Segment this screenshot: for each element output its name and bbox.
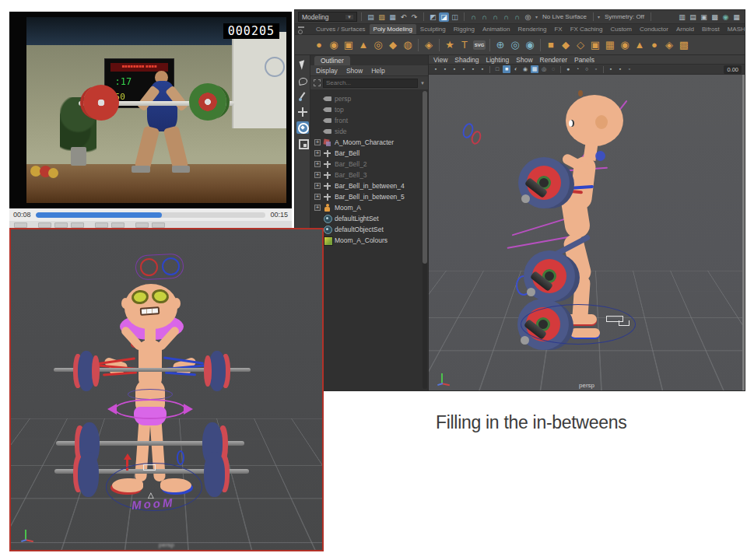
- snap-to-grid-icon[interactable]: ∩: [468, 12, 479, 22]
- isolate-select-icon[interactable]: ●: [564, 65, 572, 73]
- expand-icon[interactable]: +: [314, 183, 321, 189]
- booleans-icon[interactable]: ■: [544, 37, 558, 53]
- move-tool-icon[interactable]: [296, 106, 309, 118]
- gate-mask-icon[interactable]: ▫: [592, 65, 600, 73]
- shelf-tab[interactable]: Curves / Surfaces: [312, 24, 370, 34]
- multi-cut-icon[interactable]: ▲: [633, 37, 647, 53]
- chevron-down-icon[interactable]: ▾: [598, 14, 600, 19]
- chevron-down-icon[interactable]: ▼: [420, 81, 425, 86]
- shelf-tab[interactable]: Sculpting: [416, 24, 450, 34]
- viewport-menu-item[interactable]: Panels: [574, 56, 594, 64]
- video-progress-track[interactable]: [36, 212, 266, 218]
- shelf-tab[interactable]: Animation: [479, 24, 514, 34]
- video-button[interactable]: [14, 222, 27, 228]
- bookmarks-icon[interactable]: ▪: [460, 65, 468, 73]
- snap-to-point-icon[interactable]: ∩: [490, 12, 500, 22]
- viewport-menu-item[interactable]: View: [433, 56, 447, 64]
- video-button[interactable]: [71, 222, 84, 228]
- expand-icon[interactable]: +: [314, 205, 321, 211]
- render-view-icon[interactable]: ▥: [677, 12, 687, 22]
- shelf-tab[interactable]: Rendering: [514, 24, 550, 34]
- outliner-item[interactable]: + Bar_Bell_in_between_4: [310, 180, 428, 191]
- viewport-3d-side-view[interactable]: persp: [429, 75, 745, 390]
- snap-to-curve-icon[interactable]: ∩: [479, 12, 489, 22]
- vtb-sep-2[interactable]: [560, 66, 561, 73]
- outliner-item[interactable]: + Bar_Bell_2: [310, 159, 428, 170]
- new-scene-icon[interactable]: ▤: [366, 12, 376, 22]
- construction-plane-icon[interactable]: ⊕: [493, 37, 507, 53]
- poly-sphere-icon[interactable]: ●: [312, 37, 326, 53]
- save-scene-icon[interactable]: ▦: [388, 12, 398, 22]
- vtb-sep-1[interactable]: [489, 66, 490, 73]
- render-current-frame-icon[interactable]: ▤: [688, 12, 698, 22]
- outliner-item[interactable]: + Bar_Bell_in_between_5: [310, 191, 428, 202]
- shaded-icon[interactable]: ■: [503, 65, 510, 73]
- poly-torus-icon[interactable]: ◎: [371, 37, 385, 53]
- motion-blur-icon[interactable]: ◌: [549, 65, 557, 73]
- display-layers-icon[interactable]: ◉: [721, 12, 731, 22]
- poly-plane-icon[interactable]: ◆: [386, 37, 400, 53]
- viewport-menu-item[interactable]: Renderer: [540, 56, 567, 64]
- shelf-menu-icon[interactable]: [298, 30, 303, 34]
- shelf-sep-3[interactable]: [489, 39, 490, 51]
- outliner-scrollbar[interactable]: [423, 91, 427, 389]
- combine-icon[interactable]: ◆: [559, 37, 573, 53]
- shelf-sep-2[interactable]: [439, 39, 440, 51]
- xray-icon[interactable]: ▪: [607, 65, 615, 73]
- expand-icon[interactable]: +: [314, 150, 321, 156]
- expand-icon[interactable]: +: [314, 194, 321, 200]
- render-settings-icon[interactable]: ▩: [710, 12, 720, 22]
- outliner-item[interactable]: + persp: [310, 93, 428, 104]
- outliner-item[interactable]: + defaultObjectSet: [310, 224, 428, 235]
- outliner-menu-item[interactable]: Show: [346, 67, 363, 75]
- outliner-item[interactable]: + defaultLightSet: [310, 213, 428, 224]
- shelf-tab[interactable]: Poly Modeling: [370, 24, 416, 34]
- poly-cone-icon[interactable]: ▲: [356, 37, 370, 53]
- shelf-sep-4[interactable]: [540, 39, 541, 51]
- outliner-item[interactable]: + side: [310, 126, 428, 137]
- search-input[interactable]: [323, 79, 418, 88]
- open-scene-icon[interactable]: ▨: [377, 12, 387, 22]
- paint-select-tool-icon[interactable]: [296, 90, 309, 103]
- select-hierarchy-icon[interactable]: ◩: [428, 12, 438, 22]
- select-component-icon[interactable]: ◫: [450, 12, 460, 22]
- bevel-icon[interactable]: ▦: [603, 37, 617, 53]
- viewport-menu-item[interactable]: Lighting: [486, 56, 509, 64]
- shelf-tab[interactable]: MASH: [724, 24, 745, 34]
- viewport-menu-item[interactable]: Shading: [454, 56, 479, 64]
- undo-icon[interactable]: ↶: [398, 12, 409, 22]
- outliner-item[interactable]: + A_Moom_Character: [310, 137, 428, 148]
- video-button[interactable]: [152, 222, 165, 228]
- select-camera-icon[interactable]: ▪: [432, 65, 440, 73]
- shelf-tab[interactable]: Arnold: [672, 24, 698, 34]
- expand-icon[interactable]: +: [314, 172, 321, 178]
- sculpt-tool-icon[interactable]: ★: [443, 37, 457, 53]
- snap-to-view-plane-icon[interactable]: ∩: [512, 12, 522, 22]
- wireframe-icon[interactable]: □: [493, 65, 501, 73]
- shelf-tab[interactable]: Bifrost: [698, 24, 724, 34]
- expand-icon[interactable]: +: [314, 139, 321, 145]
- video-button[interactable]: [135, 222, 149, 228]
- front-viewport[interactable]: △ MooM persp: [9, 228, 324, 551]
- shadows-icon[interactable]: ▩: [531, 65, 538, 73]
- outliner-item[interactable]: + Bar_Bell_3: [310, 170, 428, 180]
- viewport-edge-scrollbar[interactable]: [742, 75, 745, 390]
- outliner-item[interactable]: + top: [310, 104, 428, 115]
- video-button[interactable]: [38, 222, 51, 228]
- poly-disc-icon[interactable]: ◍: [401, 37, 415, 53]
- outliner-menu-item[interactable]: Help: [371, 67, 384, 75]
- expand-icon[interactable]: +: [314, 161, 321, 167]
- menuset-dropdown[interactable]: Modeling ▼: [298, 12, 357, 22]
- zero-transform-icon[interactable]: ◉: [523, 37, 537, 53]
- joints-xray-icon[interactable]: ▪: [616, 65, 624, 73]
- shelf-sep-1[interactable]: [418, 39, 419, 51]
- screenshot-icon[interactable]: ▫: [626, 65, 633, 73]
- poly-cube-icon[interactable]: ◉: [327, 37, 341, 53]
- make-live-icon[interactable]: ◎: [523, 12, 533, 22]
- filter-icon[interactable]: [314, 79, 321, 86]
- rotate-tool-icon[interactable]: [296, 121, 309, 134]
- shelf-tab[interactable]: Conductor: [636, 24, 672, 34]
- pan-zoom-icon[interactable]: ▪: [479, 65, 486, 73]
- quad-draw-icon[interactable]: ▩: [677, 37, 691, 53]
- shelf-tab[interactable]: Custom: [606, 24, 636, 34]
